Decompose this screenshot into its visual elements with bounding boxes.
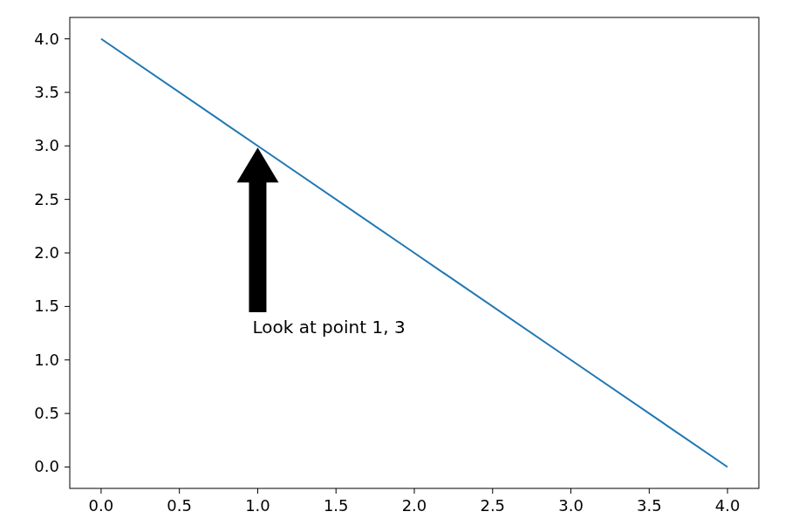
chart-container: 0.00.51.01.52.02.53.03.54.0 0.00.51.01.5… xyxy=(0,0,785,532)
chart-svg: 0.00.51.01.52.02.53.03.54.0 0.00.51.01.5… xyxy=(0,0,785,532)
x-tick-label: 3.5 xyxy=(637,496,662,515)
x-tick-label: 2.0 xyxy=(402,496,427,515)
x-tick-label: 0.5 xyxy=(167,496,192,515)
y-tick-label: 2.0 xyxy=(34,243,59,262)
y-tick-label: 4.0 xyxy=(34,30,59,48)
annotation-arrow-icon xyxy=(236,147,278,312)
y-tick-label: 3.0 xyxy=(34,136,59,154)
x-tick-label: 0.0 xyxy=(89,496,114,515)
arrow-up-icon xyxy=(236,147,278,312)
x-tick-label: 4.0 xyxy=(715,496,741,515)
y-tick-label: 1.0 xyxy=(34,351,59,369)
x-tick-label: 3.0 xyxy=(558,496,584,515)
y-tick-label: 0.5 xyxy=(34,404,59,422)
y-tick-label: 3.5 xyxy=(34,83,59,101)
y-tick-label: 1.5 xyxy=(34,297,59,315)
x-tick-label: 1.0 xyxy=(245,496,270,515)
x-tick-label: 1.5 xyxy=(324,496,349,515)
y-tick-label: 2.5 xyxy=(34,190,59,208)
y-axis: 0.00.51.01.52.02.53.03.54.0 xyxy=(34,30,70,476)
annotation-text: Look at point 1, 3 xyxy=(252,317,405,338)
y-tick-label: 0.0 xyxy=(34,457,59,475)
data-line-series xyxy=(101,39,727,467)
x-axis: 0.00.51.01.52.02.53.03.54.0 xyxy=(89,488,741,515)
x-tick-label: 2.5 xyxy=(480,496,505,515)
